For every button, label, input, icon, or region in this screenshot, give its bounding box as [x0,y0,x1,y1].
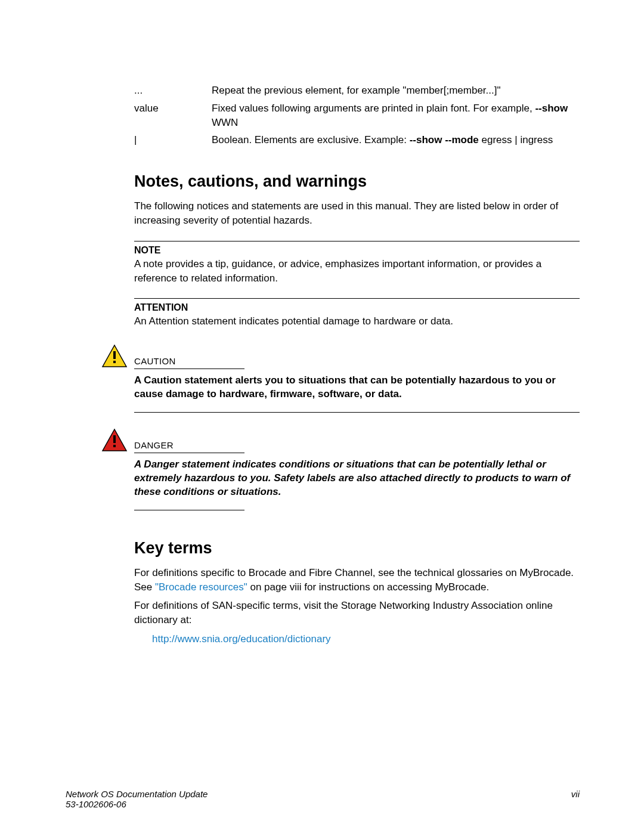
attention-label: ATTENTION [134,302,580,313]
section-heading-keyterms: Key terms [101,539,580,558]
syntax-row-pipe: | Boolean. Elements are exclusive. Examp… [101,133,580,147]
syntax-symbol: value [101,101,212,130]
page-footer: Network OS Documentation Update 53-10026… [66,789,580,809]
syntax-symbol: ... [101,83,212,98]
caution-icon [101,344,134,413]
svg-rect-5 [113,445,116,447]
brocade-resources-link[interactable]: "Brocade resources" [155,581,247,593]
attention-text: An Attention statement indicates potenti… [134,314,580,329]
syntax-description: Repeat the previous element, for example… [212,83,580,98]
footer-doc-number: 53-1002606-06 [66,799,208,809]
svg-rect-2 [113,361,116,363]
svg-rect-1 [113,351,116,359]
note-label: NOTE [134,245,580,256]
danger-text: A Danger statement indicates conditions … [134,458,580,510]
danger-block: DANGER A Danger statement indicates cond… [101,428,580,510]
note-block: NOTE A note provides a tip, guidance, or… [134,241,580,286]
syntax-description: Fixed values following arguments are pri… [212,101,580,130]
syntax-row-value: value Fixed values following arguments a… [101,101,580,130]
caution-text: A Caution statement alerts you to situat… [134,374,580,413]
footer-doc-title: Network OS Documentation Update [66,789,208,799]
note-text: A note provides a tip, guidance, or advi… [134,257,580,286]
attention-block: ATTENTION An Attention statement indicat… [134,298,580,329]
section-heading-notes: Notes, cautions, and warnings [101,172,580,191]
danger-label: DANGER [134,440,174,450]
section-intro: The following notices and statements are… [101,199,580,228]
snia-link-block: http://www.snia.org/education/dictionary [101,633,580,645]
snia-link[interactable]: http://www.snia.org/education/dictionary [152,633,331,645]
danger-icon [101,428,134,510]
page-content: ... Repeat the previous element, for exa… [0,0,644,833]
syntax-row-ellipsis: ... Repeat the previous element, for exa… [101,83,580,98]
caution-block: CAUTION A Caution statement alerts you t… [101,344,580,413]
footer-page-number: vii [571,789,580,809]
caution-label: CAUTION [134,356,176,366]
keyterms-paragraph-1: For definitions specific to Brocade and … [101,566,580,594]
keyterms-paragraph-2: For definitions of SAN-specific terms, v… [101,599,580,627]
syntax-description: Boolean. Elements are exclusive. Example… [212,133,580,147]
svg-rect-4 [113,435,116,443]
syntax-symbol: | [101,133,212,147]
